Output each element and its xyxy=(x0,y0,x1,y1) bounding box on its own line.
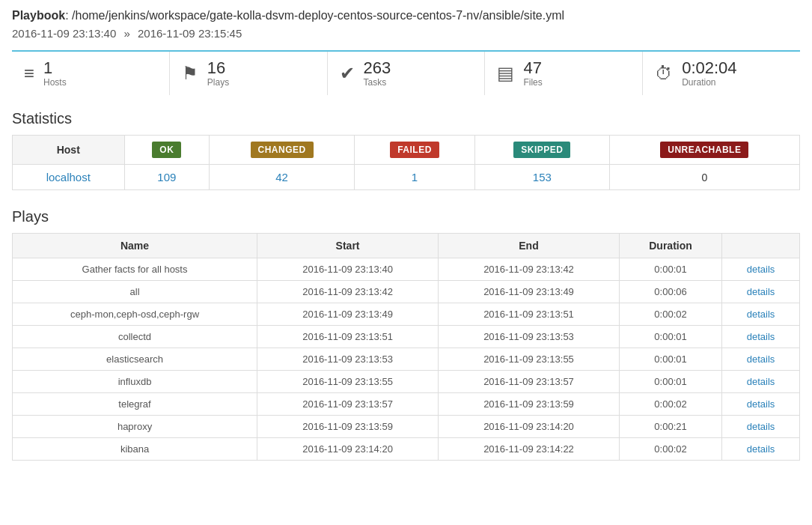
play-duration-cell: 0:00:01 xyxy=(619,348,721,371)
play-end-cell: 2016-11-09 23:13:55 xyxy=(439,348,620,371)
details-link[interactable]: details xyxy=(747,353,775,365)
stat-hosts: ≡ 1 Hosts xyxy=(12,52,170,95)
play-end-cell: 2016-11-09 23:13:49 xyxy=(439,281,620,303)
play-name-cell: ceph-mon,ceph-osd,ceph-rgw xyxy=(13,303,257,326)
col-changed: CHANGED xyxy=(210,136,355,165)
play-details-cell[interactable]: details xyxy=(722,326,800,348)
table-row: telegraf 2016-11-09 23:13:57 2016-11-09 … xyxy=(13,393,800,416)
badge-skipped: SKIPPED xyxy=(513,142,570,158)
play-end-cell: 2016-11-09 23:13:42 xyxy=(439,258,620,281)
details-link[interactable]: details xyxy=(747,398,775,410)
unreachable-cell: 0 xyxy=(609,165,799,190)
details-link[interactable]: details xyxy=(747,443,775,455)
stat-tasks: ✔ 263 Tasks xyxy=(328,52,486,95)
play-details-cell[interactable]: details xyxy=(722,438,800,461)
col-host: Host xyxy=(13,136,125,165)
play-duration-cell: 0:00:02 xyxy=(619,438,721,461)
skipped-value[interactable]: 153 xyxy=(533,171,552,183)
details-link[interactable]: details xyxy=(747,264,775,275)
play-start-cell: 2016-11-09 23:13:51 xyxy=(257,326,439,348)
ok-cell: 109 xyxy=(124,165,210,190)
failed-value[interactable]: 1 xyxy=(412,171,418,183)
table-row: ceph-mon,ceph-osd,ceph-rgw 2016-11-09 23… xyxy=(13,303,800,326)
details-link[interactable]: details xyxy=(747,376,775,387)
badge-failed: FAILED xyxy=(390,142,439,158)
table-row: all 2016-11-09 23:13:42 2016-11-09 23:13… xyxy=(13,281,800,303)
col-play-end: End xyxy=(439,234,620,258)
play-end-cell: 2016-11-09 23:13:57 xyxy=(439,371,620,393)
play-start-cell: 2016-11-09 23:13:57 xyxy=(257,393,439,416)
play-duration-cell: 0:00:01 xyxy=(619,326,721,348)
details-link[interactable]: details xyxy=(747,309,775,320)
plays-section: Plays Name Start End Duration Gather fac… xyxy=(12,208,800,461)
hosts-number: 1 xyxy=(43,59,67,77)
play-name-cell: collectd xyxy=(13,326,257,348)
hosts-label: Hosts xyxy=(43,77,67,88)
play-end-cell: 2016-11-09 23:14:20 xyxy=(439,416,620,438)
plays-icon: ⚑ xyxy=(182,64,198,82)
playbook-label: Playbook xyxy=(12,9,65,22)
table-row: collectd 2016-11-09 23:13:51 2016-11-09 … xyxy=(13,326,800,348)
play-end-cell: 2016-11-09 23:14:22 xyxy=(439,438,620,461)
plays-number: 16 xyxy=(207,59,229,77)
play-details-cell[interactable]: details xyxy=(722,348,800,371)
failed-cell: 1 xyxy=(355,165,475,190)
plays-title: Plays xyxy=(12,208,800,225)
play-name-cell: influxdb xyxy=(13,371,257,393)
play-start-cell: 2016-11-09 23:13:42 xyxy=(257,281,439,303)
play-name-cell: elasticsearch xyxy=(13,348,257,371)
play-details-cell[interactable]: details xyxy=(722,393,800,416)
playbook-header: Playbook: /home/jenkins/workspace/gate-k… xyxy=(12,9,800,40)
col-play-start: Start xyxy=(257,234,439,258)
play-duration-cell: 0:00:02 xyxy=(619,393,721,416)
host-link[interactable]: localhost xyxy=(46,171,91,183)
play-details-cell[interactable]: details xyxy=(722,416,800,438)
play-start-cell: 2016-11-09 23:13:55 xyxy=(257,371,439,393)
changed-value[interactable]: 42 xyxy=(275,171,288,183)
time-end: 2016-11-09 23:15:45 xyxy=(138,27,242,40)
badge-ok: OK xyxy=(152,142,181,158)
play-details-cell[interactable]: details xyxy=(722,281,800,303)
statistics-header-row: Host OK CHANGED FAILED SKIPPED UNREACHAB… xyxy=(13,136,800,165)
files-number: 47 xyxy=(523,59,542,77)
files-icon: ▤ xyxy=(497,64,514,82)
tasks-label: Tasks xyxy=(364,77,391,88)
play-start-cell: 2016-11-09 23:13:40 xyxy=(257,258,439,281)
table-row: Gather facts for all hosts 2016-11-09 23… xyxy=(13,258,800,281)
statistics-title: Statistics xyxy=(12,110,800,127)
stats-bar: ≡ 1 Hosts ⚑ 16 Plays ✔ 263 Tasks ▤ 47 F xyxy=(12,50,800,95)
host-cell[interactable]: localhost xyxy=(13,165,125,190)
play-name-cell: kibana xyxy=(13,438,257,461)
col-play-name: Name xyxy=(13,234,257,258)
changed-cell: 42 xyxy=(210,165,355,190)
playbook-path: : /home/jenkins/workspace/gate-kolla-dsv… xyxy=(65,9,564,22)
statistics-section: Statistics Host OK CHANGED FAILED SKIPPE… xyxy=(12,110,800,190)
play-duration-cell: 0:00:02 xyxy=(619,303,721,326)
col-skipped: SKIPPED xyxy=(475,136,610,165)
hosts-icon: ≡ xyxy=(24,64,34,82)
plays-label: Plays xyxy=(207,77,229,88)
play-name-cell: telegraf xyxy=(13,393,257,416)
play-name-cell: all xyxy=(13,281,257,303)
play-duration-cell: 0:00:01 xyxy=(619,371,721,393)
statistics-table: Host OK CHANGED FAILED SKIPPED UNREACHAB… xyxy=(12,135,800,190)
plays-header-row: Name Start End Duration xyxy=(13,234,800,258)
files-label: Files xyxy=(523,77,542,88)
play-details-cell[interactable]: details xyxy=(722,258,800,281)
time-start: 2016-11-09 23:13:40 xyxy=(12,27,116,40)
ok-value[interactable]: 109 xyxy=(157,171,176,183)
play-duration-cell: 0:00:01 xyxy=(619,258,721,281)
table-row: localhost 109 42 1 153 0 xyxy=(13,165,800,190)
play-start-cell: 2016-11-09 23:13:53 xyxy=(257,348,439,371)
badge-changed: CHANGED xyxy=(251,142,314,158)
stat-duration: ⏱ 0:02:04 Duration xyxy=(643,52,800,95)
details-link[interactable]: details xyxy=(747,286,775,297)
play-details-cell[interactable]: details xyxy=(722,371,800,393)
play-details-cell[interactable]: details xyxy=(722,303,800,326)
details-link[interactable]: details xyxy=(747,421,775,432)
details-link[interactable]: details xyxy=(747,331,775,342)
table-row: influxdb 2016-11-09 23:13:55 2016-11-09 … xyxy=(13,371,800,393)
col-play-details xyxy=(722,234,800,258)
duration-label: Duration xyxy=(682,77,736,88)
play-duration-cell: 0:00:06 xyxy=(619,281,721,303)
